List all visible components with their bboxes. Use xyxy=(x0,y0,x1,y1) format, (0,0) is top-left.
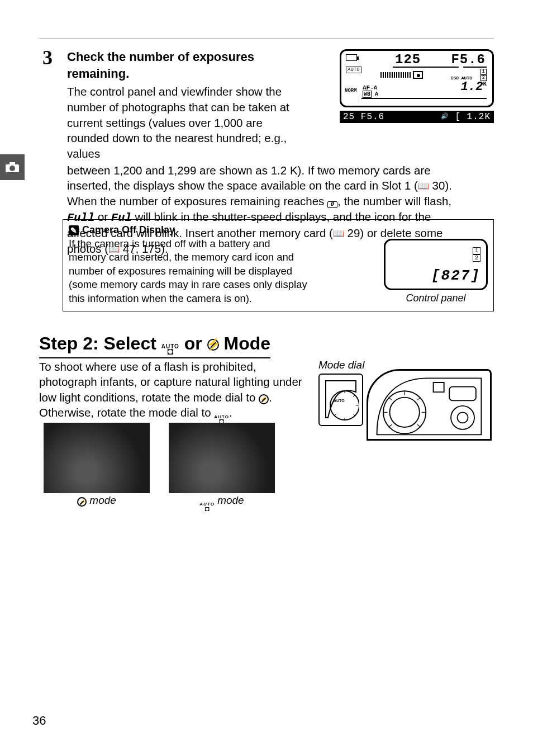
t: , the number will flash, xyxy=(337,195,451,207)
sample-image xyxy=(44,423,150,493)
sample-flash-off: ⚡ mode xyxy=(44,423,150,507)
svg-text:AUTO: AUTO xyxy=(334,399,345,403)
exposure-scale-icon xyxy=(380,72,411,78)
auto-mode-icon: AUTO◘ xyxy=(161,344,179,355)
vf-right: 🔊 [ 1.2K xyxy=(441,112,491,122)
camera-off-note: ✎ Camera Off Display If the camera is tu… xyxy=(63,219,494,311)
lcd-fnumber: F5.6 xyxy=(451,52,486,67)
svg-point-14 xyxy=(451,406,474,429)
step-number: 3 xyxy=(42,46,53,69)
t: mode xyxy=(87,494,116,506)
svg-point-12 xyxy=(389,398,419,427)
card-slot-icon: 12 xyxy=(480,69,487,81)
t: mode xyxy=(215,494,244,506)
note-caption: Control panel xyxy=(384,292,488,304)
vf-left: 25 F5.6 xyxy=(343,112,384,122)
flash-off-mode-icon: ⚡ xyxy=(207,339,219,351)
note-frames: [827] xyxy=(431,267,480,284)
t: . xyxy=(229,406,232,419)
mode-dial-icon: AUTO xyxy=(322,377,359,422)
note-title: ✎ Camera Off Display xyxy=(69,224,488,236)
battery-icon xyxy=(346,54,357,61)
mode-dial-closeup: AUTO xyxy=(318,374,363,426)
sample-caption-1: ⚡ mode xyxy=(44,494,150,507)
lcd-frames: 1.2K xyxy=(461,80,487,94)
lcd-auto: AUTO xyxy=(346,67,361,73)
book-icon: 📖 xyxy=(418,181,429,191)
note-lcd: 12 [827] xyxy=(384,239,488,290)
lcd-norm: NORM xyxy=(345,88,357,93)
svg-line-10 xyxy=(335,414,336,415)
svg-point-15 xyxy=(458,412,468,423)
svg-line-17 xyxy=(417,398,421,400)
lcd-shutter: 125 xyxy=(395,52,421,67)
step-title: Check the number of exposures remaining. xyxy=(67,49,307,82)
flash-off-mode-icon: ⚡ xyxy=(77,497,87,507)
card-slot-icon: 12 xyxy=(473,247,480,262)
top-rule xyxy=(39,39,494,39)
camera-tab-icon xyxy=(5,162,20,173)
rule xyxy=(463,67,487,68)
seg-zero: 0 xyxy=(327,201,337,208)
focus-area-icon xyxy=(413,71,423,79)
auto-mode-icon: AUTO◘ xyxy=(199,503,215,511)
viewfinder-illustration: 25 F5.6 🔊 [ 1.2K xyxy=(340,111,494,123)
sample-image xyxy=(169,423,275,493)
svg-line-8 xyxy=(353,414,355,415)
t: or xyxy=(179,333,207,353)
svg-line-22 xyxy=(389,398,392,400)
svg-line-6 xyxy=(353,395,355,397)
svg-rect-13 xyxy=(449,387,476,401)
rule xyxy=(361,98,487,99)
lcd-wb: WB A xyxy=(363,91,378,97)
note-panel: 12 [827] Control panel xyxy=(384,239,488,304)
note-body: If the camera is turned off with a batte… xyxy=(69,237,309,305)
note-title-text: Camera Off Display xyxy=(82,224,175,236)
svg-point-3 xyxy=(330,391,359,420)
svg-line-20 xyxy=(389,424,392,427)
section-step2-para: To shoot where use of a flash is prohibi… xyxy=(39,359,310,423)
svg-rect-1 xyxy=(9,162,15,165)
lcd-group: 125 F5.6 AUTO NORM AF-A WB A 12 ISO AUTO… xyxy=(340,49,494,123)
control-panel-illustration: 125 F5.6 AUTO NORM AF-A WB A 12 ISO AUTO… xyxy=(340,49,494,107)
camera-top-icon xyxy=(368,371,490,439)
rule xyxy=(393,67,459,68)
chapter-side-tab xyxy=(0,154,25,180)
page-number: 36 xyxy=(32,714,46,728)
t: Mode xyxy=(219,333,270,353)
svg-point-2 xyxy=(9,166,15,171)
step-para1: The control panel and viewfinder show th… xyxy=(67,84,307,161)
camera-top-illustration xyxy=(367,369,492,441)
svg-line-19 xyxy=(417,424,421,427)
flash-off-mode-icon: ⚡ xyxy=(259,394,269,404)
mode-dial-label: Mode dial xyxy=(318,359,364,371)
t: Step 2: Select xyxy=(39,333,161,353)
sample-caption-2: AUTO◘ mode xyxy=(169,494,275,509)
sample-auto: AUTO◘ mode xyxy=(169,423,275,509)
t: between 1,200 and 1,299 are shown as 1.2… xyxy=(67,164,431,192)
pencil-icon: ✎ xyxy=(69,225,79,235)
section-step2-title: Step 2: Select AUTO◘ or ⚡ Mode xyxy=(39,333,270,358)
